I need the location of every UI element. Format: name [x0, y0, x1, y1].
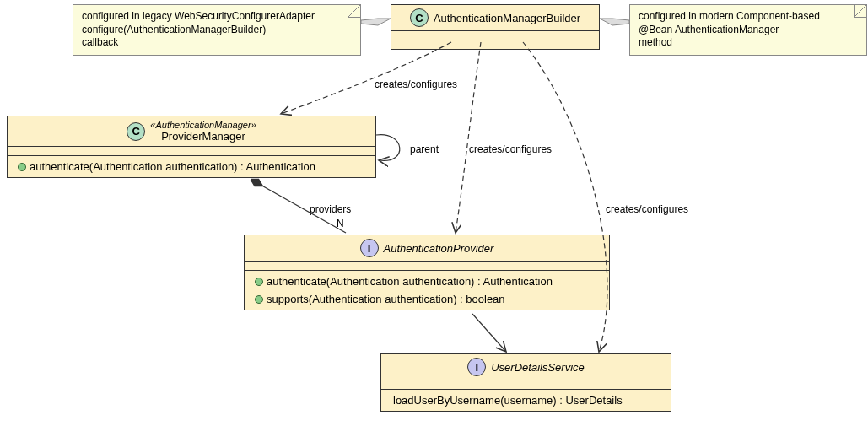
- methods-compartment: authenticate(Authentication authenticati…: [8, 156, 375, 177]
- empty-compartment: [391, 31, 599, 40]
- method: supports(Authentication authentication) …: [250, 290, 604, 308]
- interface-icon: I: [467, 358, 486, 376]
- methods-compartment: authenticate(Authentication authenticati…: [245, 271, 609, 310]
- interface-icon: I: [360, 239, 379, 257]
- empty-compartment: [391, 40, 599, 49]
- edge-label-n: N: [337, 218, 344, 229]
- note-modern-config: configured in modern Component-based @Be…: [629, 4, 867, 56]
- class-header: C «AuthenticationManager» ProviderManage…: [8, 116, 375, 147]
- edge-label-creates-configures: creates/configures: [469, 143, 552, 155]
- class-name: UserDetailsService: [491, 361, 585, 374]
- class-header: I AuthenticationProvider: [245, 235, 609, 262]
- empty-compartment: [8, 147, 375, 156]
- empty-compartment: [381, 380, 671, 390]
- class-authentication-manager-builder: C AuthenticationManagerBuilder: [391, 4, 600, 50]
- method: loadUserByUsername(username) : UserDetai…: [386, 391, 666, 409]
- interface-user-details-service: I UserDetailsService loadUserByUsername(…: [380, 353, 671, 412]
- note-line: method: [639, 36, 672, 48]
- class-icon: C: [410, 8, 429, 27]
- note-fold-icon: [348, 5, 360, 18]
- note-line: configured in modern Component-based: [639, 10, 820, 22]
- note-line: @Bean AuthenticationManager: [639, 24, 779, 35]
- edge-label-providers: providers: [310, 203, 351, 215]
- note-line: configure(AuthenticationManagerBuilder): [82, 24, 266, 35]
- class-name: ProviderManager: [161, 130, 245, 143]
- class-provider-manager: C «AuthenticationManager» ProviderManage…: [7, 116, 376, 178]
- methods-compartment: loadUserByUsername(username) : UserDetai…: [381, 390, 671, 411]
- note-fold-icon: [854, 5, 866, 18]
- class-stereotype: «AuthenticationManager»: [150, 120, 256, 130]
- edge-label-creates-configures: creates/configures: [606, 203, 688, 215]
- edge-label-creates-configures: creates/configures: [375, 78, 457, 90]
- method: authenticate(Authentication authenticati…: [13, 158, 370, 175]
- method: authenticate(Authentication authenticati…: [250, 272, 604, 290]
- note-legacy-config: configured in legacy WebSecurityConfigur…: [73, 4, 361, 56]
- note-line: configured in legacy WebSecurityConfigur…: [82, 10, 315, 22]
- edge-label-parent: parent: [410, 143, 439, 155]
- note-line: callback: [82, 36, 118, 48]
- class-header: C AuthenticationManagerBuilder: [391, 5, 599, 31]
- class-header: I UserDetailsService: [381, 354, 671, 380]
- empty-compartment: [245, 262, 609, 271]
- interface-authentication-provider: I AuthenticationProvider authenticate(Au…: [244, 235, 610, 310]
- class-name: AuthenticationManagerBuilder: [434, 12, 580, 24]
- class-name: AuthenticationProvider: [384, 242, 494, 255]
- class-icon: C: [127, 122, 145, 141]
